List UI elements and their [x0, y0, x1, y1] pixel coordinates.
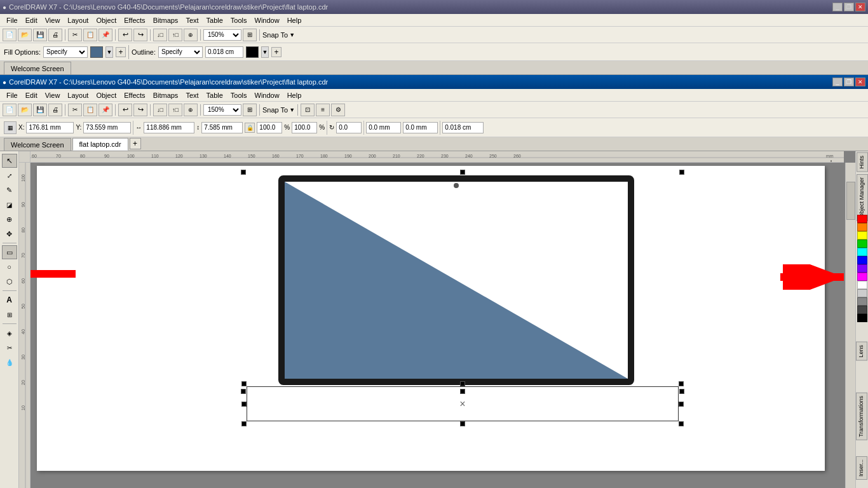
menu-table[interactable]: Table: [203, 90, 227, 100]
y-coord[interactable]: [83, 122, 131, 133]
text-tool[interactable]: A: [2, 293, 17, 307]
x-coord[interactable]: [26, 122, 74, 133]
print-btn[interactable]: 🖨: [48, 104, 62, 116]
insert-tab[interactable]: Inser...: [856, 456, 867, 480]
minimize-btn-main[interactable]: _: [832, 78, 843, 86]
outline-dropdown-bg[interactable]: ▼: [261, 46, 269, 58]
restore-btn-bg[interactable]: ❐: [844, 3, 854, 11]
tab-welcome-bg[interactable]: Welcome Screen: [4, 62, 71, 74]
import-btn[interactable]: ↓□: [153, 104, 167, 116]
export-btn-bg[interactable]: ↑□: [168, 29, 182, 41]
pan-tool[interactable]: ✥: [2, 227, 17, 241]
publish-btn[interactable]: ⊕: [184, 104, 198, 116]
v-scrollbar[interactable]: [845, 163, 855, 488]
angle-input[interactable]: [336, 122, 362, 133]
menu-object-bg[interactable]: Object: [92, 15, 120, 25]
restore-btn-main[interactable]: ❐: [844, 78, 854, 86]
minimize-btn-bg[interactable]: _: [832, 3, 843, 11]
close-btn-bg[interactable]: ✕: [855, 3, 865, 11]
menu-object[interactable]: Object: [92, 90, 120, 100]
paste-btn[interactable]: 📌: [98, 104, 112, 116]
zoom-select[interactable]: 150%: [203, 104, 241, 116]
color-black[interactable]: [857, 314, 867, 322]
menu-file-bg[interactable]: File: [3, 15, 22, 25]
menu-view-bg[interactable]: View: [41, 15, 64, 25]
export-btn[interactable]: ↑□: [168, 104, 182, 116]
hints-tab[interactable]: Hints: [857, 152, 868, 172]
w-coord[interactable]: [144, 122, 194, 133]
menu-bitmaps[interactable]: Bitmaps: [149, 90, 182, 100]
copy-btn-bg[interactable]: 📋: [83, 29, 97, 41]
menu-window[interactable]: Window: [251, 90, 283, 100]
polygon-tool[interactable]: ⬡: [2, 274, 17, 288]
new-btn[interactable]: 📄: [3, 104, 17, 116]
color-lgray[interactable]: [857, 289, 867, 297]
cut-btn[interactable]: ✂: [68, 104, 82, 116]
menu-text-bg[interactable]: Text: [182, 15, 202, 25]
fill-plus-bg[interactable]: +: [116, 47, 126, 57]
color-cyan[interactable]: [857, 248, 867, 256]
lock-aspect[interactable]: 🔒: [245, 123, 255, 133]
zoom-fit-bg[interactable]: ⊞: [243, 29, 257, 41]
transformations-tab[interactable]: Transformations: [856, 393, 867, 440]
menu-tools-bg[interactable]: Tools: [227, 15, 251, 25]
menu-edit-bg[interactable]: Edit: [22, 15, 41, 25]
dynamic-guides[interactable]: ⚙: [331, 104, 345, 116]
crop-tool[interactable]: ✂: [2, 341, 17, 355]
subselect-tool[interactable]: ⤢: [2, 168, 17, 182]
scale-x[interactable]: [257, 122, 282, 133]
save-btn-bg[interactable]: 💾: [33, 29, 47, 41]
snap-drop-bg[interactable]: ▼: [289, 32, 295, 38]
color-blue[interactable]: [857, 256, 867, 264]
table-tool[interactable]: ⊞: [2, 308, 17, 322]
cut-btn-bg[interactable]: ✂: [68, 29, 82, 41]
open-btn-bg[interactable]: 📂: [18, 29, 32, 41]
new-btn-bg[interactable]: 📄: [3, 29, 17, 41]
color-dgray[interactable]: [857, 306, 867, 314]
color-orange[interactable]: [857, 223, 867, 231]
color-mgray[interactable]: [857, 297, 867, 306]
menu-layout[interactable]: Layout: [64, 90, 92, 100]
pos-x-input[interactable]: [366, 122, 401, 133]
publish-btn-bg[interactable]: ⊕: [184, 29, 198, 41]
outline-width-bg[interactable]: [205, 46, 243, 58]
menu-tools[interactable]: Tools: [227, 90, 251, 100]
object-manager-tab[interactable]: Object Manager: [857, 174, 868, 221]
menu-effects-bg[interactable]: Effects: [120, 15, 149, 25]
text-box[interactable]: ×: [247, 386, 679, 421]
smartfill-tool[interactable]: ◪: [2, 198, 17, 212]
redo-btn-bg[interactable]: ↪: [133, 29, 147, 41]
menu-help-bg[interactable]: Help: [283, 15, 306, 25]
menu-window-bg[interactable]: Window: [251, 15, 283, 25]
menu-layout-bg[interactable]: Layout: [64, 15, 92, 25]
ellipse-tool[interactable]: ○: [2, 260, 17, 274]
undo-btn-bg[interactable]: ↩: [118, 29, 132, 41]
fill-dropdown-bg[interactable]: ▼: [105, 46, 113, 58]
eyedropper-tool[interactable]: 💧: [2, 355, 17, 369]
fill-tool[interactable]: ◈: [2, 326, 17, 340]
import-btn-bg[interactable]: ↓□: [153, 29, 167, 41]
color-purple[interactable]: [857, 264, 867, 273]
menu-table-bg[interactable]: Table: [203, 15, 227, 25]
lens-tab[interactable]: Lens: [856, 342, 867, 361]
menu-effects[interactable]: Effects: [120, 90, 149, 100]
outline-select-bg[interactable]: Specify: [158, 46, 203, 58]
tab-welcome[interactable]: Welcome Screen: [4, 138, 71, 151]
zoom-tool[interactable]: ⊕: [2, 212, 17, 226]
menu-bitmaps-bg[interactable]: Bitmaps: [149, 15, 182, 25]
menu-file[interactable]: File: [3, 90, 22, 100]
snap-drop[interactable]: ▼: [289, 107, 295, 113]
tab-add[interactable]: +: [130, 138, 141, 149]
v-scroll-thumb[interactable]: [846, 182, 855, 220]
open-btn[interactable]: 📂: [18, 104, 32, 116]
h-coord[interactable]: [201, 122, 243, 133]
copy-btn[interactable]: 📋: [83, 104, 97, 116]
undo-btn[interactable]: ↩: [118, 104, 132, 116]
paste-btn-bg[interactable]: 📌: [98, 29, 112, 41]
align-btn[interactable]: ≡: [316, 104, 330, 116]
color-red[interactable]: [857, 215, 867, 223]
scale-y[interactable]: [292, 122, 317, 133]
outline-width-coord[interactable]: [442, 122, 484, 133]
rectangle-tool[interactable]: ▭: [2, 245, 17, 259]
redo-btn[interactable]: ↪: [133, 104, 147, 116]
